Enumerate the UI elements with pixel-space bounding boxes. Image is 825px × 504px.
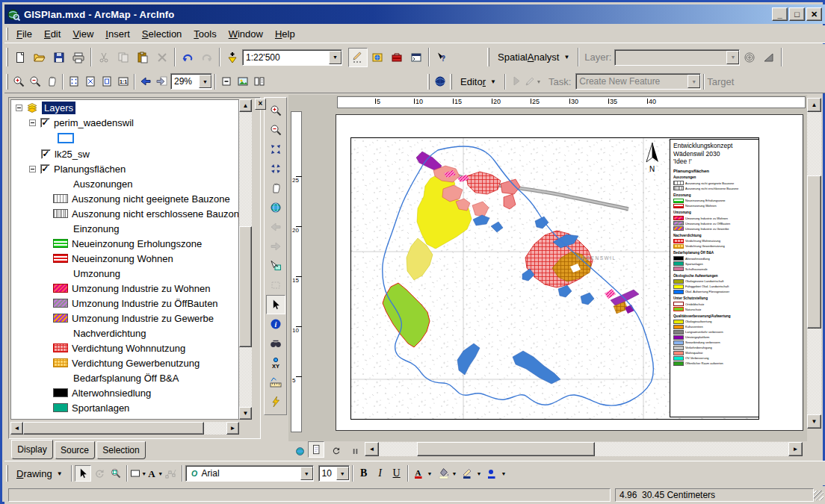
marker-color-dropdown-arrow[interactable]: ▼ (501, 471, 506, 476)
toolbar-gripper[interactable] (450, 74, 452, 90)
toolbar-gripper[interactable] (6, 48, 8, 66)
copy-button[interactable] (114, 48, 133, 67)
toc-scrollbar-thumb[interactable] (239, 226, 252, 347)
menu-selection[interactable]: Selection (136, 27, 188, 41)
drawing-menu[interactable]: Drawing▼ (10, 466, 69, 482)
toc-heading-einzonung[interactable]: Einzonung (11, 221, 238, 236)
toc-legend-class-neueinzonung-erholungszone[interactable]: Neueinzonung Erholungszone (11, 236, 238, 251)
zoom-in-tool-button[interactable] (10, 73, 27, 90)
toolbar-gripper[interactable] (6, 465, 8, 482)
font-combo[interactable]: OArial▼ (185, 465, 314, 482)
zoom-1-1-button[interactable]: 1:1 (115, 73, 132, 90)
toc-scroll-up-button[interactable]: ▲ (239, 99, 252, 112)
fixed-zoom-in-button[interactable] (266, 140, 285, 159)
map-scale-combo[interactable]: 1:22'500▼ (242, 49, 342, 66)
pause-button[interactable] (347, 443, 363, 459)
go-back-layout-button[interactable] (138, 73, 154, 90)
cut-button[interactable] (94, 48, 114, 67)
toc-legend-class-umzonung-industrie-zu-gewerbe[interactable]: Umzonung Industrie zu Gewerbe (11, 311, 238, 326)
map-scroll-up-button[interactable]: ▲ (807, 98, 821, 112)
maximize-button[interactable]: □ (789, 7, 805, 21)
menu-tools[interactable]: Tools (188, 27, 222, 41)
class-symbol-swatch[interactable] (53, 314, 68, 323)
layout-zoom-combo[interactable]: 29%▼ (170, 73, 212, 90)
menu-edit[interactable]: Edit (38, 27, 67, 41)
spatial-analyst-menu[interactable]: Spatial Analyst▼ (492, 49, 575, 65)
class-symbol-swatch[interactable] (53, 403, 68, 412)
layout-zoom-combo-dropdown-button[interactable]: ▼ (199, 75, 211, 88)
toc-layer-lk25_sw[interactable]: ✓lk25_sw (11, 146, 238, 161)
toc-legend-class-umzonung-industrie-zu-wohnen[interactable]: Umzonung Industrie zu Wohnen (11, 281, 238, 296)
rect-tool-button[interactable]: ▼ (130, 465, 146, 482)
sketch-pencil-dropdown-arrow[interactable]: ▼ (536, 79, 541, 84)
layer-combo-dropdown-button[interactable]: ▼ (726, 51, 739, 64)
edit-arrow-button[interactable] (508, 73, 525, 90)
resize-grip[interactable] (814, 491, 824, 500)
pan-tool-button[interactable] (43, 73, 60, 90)
task-combo-dropdown-button[interactable]: ▼ (688, 75, 700, 88)
select-features-button[interactable] (266, 256, 285, 276)
toolbar-gripper[interactable] (487, 48, 489, 66)
toc-legend-class-sportanlagen[interactable]: Sportanlagen (11, 400, 238, 415)
fixed-zoom-page-button[interactable] (99, 73, 115, 90)
menu-view[interactable]: View (67, 27, 99, 41)
toc-layer-planungsflächen[interactable]: ✓Planungsflächen (11, 161, 238, 176)
toolbar-gripper[interactable] (6, 28, 8, 40)
layer-combo[interactable]: ▼ (614, 49, 740, 66)
go-to-xy-button[interactable]: XY (266, 353, 285, 373)
toc-legend-class-umzonung-industrie-zu-öffbauten[interactable]: Umzonung Industrie zu ÖffBauten (11, 296, 238, 311)
tab-display[interactable]: Display (11, 440, 53, 459)
toc-heading-bedarfsplanung-öff-b-a[interactable]: Bedarfsplanung Öff B&A (11, 370, 238, 385)
toc-group-layers[interactable]: Layers (11, 100, 238, 115)
change-layout-button[interactable] (251, 73, 268, 90)
map-scale-combo-dropdown-button[interactable]: ▼ (329, 51, 342, 64)
full-extent-button[interactable] (266, 198, 285, 217)
print-button[interactable] (69, 48, 88, 67)
tab-selection[interactable]: Selection (96, 441, 146, 459)
map-vscrollbar-thumb[interactable] (807, 175, 821, 329)
find-button[interactable] (266, 334, 285, 353)
sketch-tool-button[interactable] (348, 48, 368, 67)
toc-layer-tree[interactable]: Layers✓perim_waedenswil✓lk25_sw✓Planungs… (10, 99, 239, 420)
toc-scroll-right-button[interactable]: ► (226, 422, 239, 435)
toc-hscrollbar-thumb[interactable] (23, 422, 204, 435)
measure-button[interactable] (266, 373, 285, 392)
class-symbol-swatch[interactable] (53, 194, 68, 203)
toc-heading-nachverdichtung[interactable]: Nachverdichtung (11, 326, 238, 340)
class-symbol-swatch[interactable] (53, 209, 68, 218)
toc-legend-class-neueinzonung-wohnen[interactable]: Neueinzonung Wohnen (11, 251, 238, 266)
save-button[interactable] (49, 48, 69, 67)
go-forward-button[interactable] (266, 237, 285, 256)
menu-help[interactable]: Help (269, 27, 301, 41)
edit-vertices-button[interactable] (163, 465, 179, 482)
text-tool-button[interactable]: A▼ (146, 465, 163, 482)
menu-insert[interactable]: Insert (99, 27, 136, 41)
help-pointer-button[interactable]: ? (432, 48, 451, 67)
data-view-button[interactable] (291, 443, 308, 459)
redo-button[interactable] (197, 48, 217, 67)
map-hscrollbar-thumb[interactable] (417, 442, 595, 456)
line-color-button[interactable] (460, 465, 476, 482)
minimize-button[interactable]: _ (772, 7, 788, 21)
zoom-whole-page-button[interactable] (66, 73, 82, 90)
identify-button[interactable]: i (266, 314, 285, 334)
zoom-to-selected-button[interactable] (108, 465, 124, 482)
paste-button[interactable] (133, 48, 152, 67)
expand-collapse-box[interactable] (29, 119, 36, 126)
toggle-draft-button[interactable] (218, 73, 235, 90)
toc-scroll-down-button[interactable]: ▼ (239, 407, 252, 420)
layer-checkbox[interactable]: ✓ (40, 164, 50, 174)
rotate-button[interactable] (91, 465, 108, 482)
class-symbol-swatch[interactable] (53, 239, 68, 248)
zoom-out-tool-button[interactable] (266, 120, 285, 140)
show-picture-button[interactable] (235, 73, 251, 90)
menu-window[interactable]: Window (223, 27, 269, 41)
refresh-button[interactable] (328, 443, 344, 459)
arccatalog-button[interactable] (368, 48, 387, 67)
font-color-dropdown-arrow[interactable]: ▼ (427, 471, 433, 476)
fill-color-dropdown-arrow[interactable]: ▼ (452, 471, 457, 476)
fixed-zoom-out-button[interactable] (266, 159, 285, 178)
pan-tool-button[interactable] (266, 178, 285, 198)
line-color-dropdown-arrow[interactable]: ▼ (476, 471, 481, 476)
toc-legend-class-alterwohnsiedlung[interactable]: Alterwohnsiedlung (11, 385, 238, 400)
